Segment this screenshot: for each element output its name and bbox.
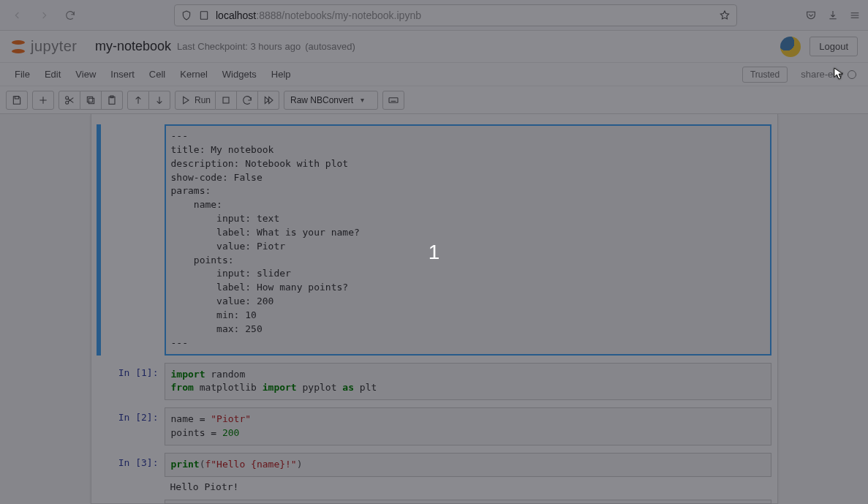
notebook-page: . --- title: My notebook description: No… <box>91 114 778 504</box>
cell-prompt: . <box>97 124 165 356</box>
arrow-down-icon <box>154 94 165 106</box>
svg-rect-4 <box>88 98 94 103</box>
command-palette-button[interactable] <box>382 91 404 110</box>
restart-run-button[interactable] <box>258 91 279 110</box>
url-bar[interactable]: localhost:8888/notebooks/my-notebook.ipy… <box>174 4 737 26</box>
kernel-indicator-icon <box>848 70 856 79</box>
kernel-name-label: share-env <box>801 69 843 80</box>
kernel-name[interactable]: share-env <box>801 69 861 80</box>
add-cell-button[interactable] <box>32 91 54 110</box>
toolbar: Run Raw NBConvert <box>0 86 868 114</box>
jupyter-logo[interactable]: jupyter <box>10 38 91 55</box>
cell-input[interactable]: print(f"Hello {name}!") <box>165 453 771 477</box>
paste-icon <box>106 94 118 106</box>
restart-button[interactable] <box>237 91 258 110</box>
kernel-logo-icon[interactable] <box>780 37 801 57</box>
menu-widgets[interactable]: Widgets <box>215 66 264 83</box>
menu-edit[interactable]: Edit <box>37 66 68 83</box>
run-button[interactable]: Run <box>175 91 216 110</box>
checkpoint-text: Last Checkpoint: 3 hours ago <box>177 41 301 52</box>
cell-empty[interactable]: . <box>97 500 771 504</box>
cell-raw[interactable]: . --- title: My notebook description: No… <box>97 124 771 356</box>
plus-icon <box>37 94 49 106</box>
cell-prompt: In [3]: <box>97 453 165 492</box>
cell-code-2[interactable]: In [2]: name = "Piotr" points = 200 <box>97 407 771 445</box>
restart-icon <box>241 94 253 106</box>
svg-rect-5 <box>87 97 92 102</box>
stop-icon <box>220 94 232 106</box>
page-icon <box>198 10 210 21</box>
arrow-right-icon <box>38 10 50 21</box>
star-icon[interactable] <box>719 10 731 21</box>
cut-button[interactable] <box>59 91 80 110</box>
notebook-name[interactable]: my-notebook <box>95 39 171 54</box>
shield-icon <box>181 10 192 21</box>
scissors-icon <box>64 94 75 106</box>
svg-rect-1 <box>15 96 18 98</box>
arrow-up-icon <box>132 94 144 106</box>
cell-prompt: . <box>97 500 165 504</box>
nav-back-button[interactable] <box>7 5 28 26</box>
stop-button[interactable] <box>216 91 237 110</box>
browser-toolbar: localhost:8888/notebooks/my-notebook.ipy… <box>0 0 868 31</box>
arrow-left-icon <box>12 10 23 21</box>
save-button[interactable] <box>6 91 28 110</box>
notebook-header: jupyter my-notebook Last Checkpoint: 3 h… <box>0 31 868 63</box>
cell-type-select[interactable]: Raw NBConvert <box>284 91 378 110</box>
cell-prompt: In [2]: <box>97 407 165 445</box>
play-icon <box>180 94 192 106</box>
menu-file[interactable]: File <box>7 66 37 83</box>
menu-help[interactable]: Help <box>264 66 298 83</box>
browser-right-icons <box>805 10 861 21</box>
cell-input[interactable]: --- title: My notebook description: Note… <box>165 124 771 356</box>
cell-input[interactable]: name = "Piotr" points = 200 <box>165 407 771 445</box>
cell-input[interactable] <box>165 500 771 504</box>
reload-icon <box>64 10 76 21</box>
run-label: Run <box>195 95 211 105</box>
autosaved-text: (autosaved) <box>305 41 355 52</box>
save-icon <box>11 94 23 106</box>
keyboard-icon <box>388 94 399 106</box>
jupyter-logo-icon <box>10 39 26 55</box>
download-icon[interactable] <box>827 10 839 21</box>
hamburger-icon[interactable] <box>849 10 861 21</box>
copy-button[interactable] <box>80 91 102 110</box>
menu-bar: File Edit View Insert Cell Kernel Widget… <box>0 63 868 86</box>
url-text: localhost:8888/notebooks/my-notebook.ipy… <box>216 10 713 21</box>
cell-code-1[interactable]: In [1]: import random from matplotlib im… <box>97 363 771 401</box>
cell-type-label: Raw NBConvert <box>290 95 353 105</box>
cell-input[interactable]: import random from matplotlib import pyp… <box>165 363 771 401</box>
copy-icon <box>85 94 97 106</box>
pocket-icon[interactable] <box>805 10 817 21</box>
cell-output: Hello Piotr! <box>165 477 771 492</box>
svg-rect-9 <box>389 97 398 102</box>
menu-cell[interactable]: Cell <box>142 66 173 83</box>
svg-rect-8 <box>223 97 229 103</box>
move-up-button[interactable] <box>127 91 149 110</box>
menu-kernel[interactable]: Kernel <box>173 66 215 83</box>
menu-view[interactable]: View <box>68 66 103 83</box>
cell-prompt: In [1]: <box>97 363 165 401</box>
nav-reload-button[interactable] <box>60 5 80 26</box>
trusted-badge[interactable]: Trusted <box>742 67 788 83</box>
jupyter-logo-text: jupyter <box>31 38 78 55</box>
nav-forward-button[interactable] <box>34 5 54 26</box>
menu-insert[interactable]: Insert <box>103 66 142 83</box>
fast-forward-icon <box>263 94 274 106</box>
notebook-container: . --- title: My notebook description: No… <box>0 114 868 504</box>
move-down-button[interactable] <box>149 91 170 110</box>
paste-button[interactable] <box>102 91 123 110</box>
cell-code-3[interactable]: In [3]: print(f"Hello {name}!") Hello Pi… <box>97 453 771 492</box>
svg-rect-0 <box>200 11 207 19</box>
logout-button[interactable]: Logout <box>809 37 858 56</box>
